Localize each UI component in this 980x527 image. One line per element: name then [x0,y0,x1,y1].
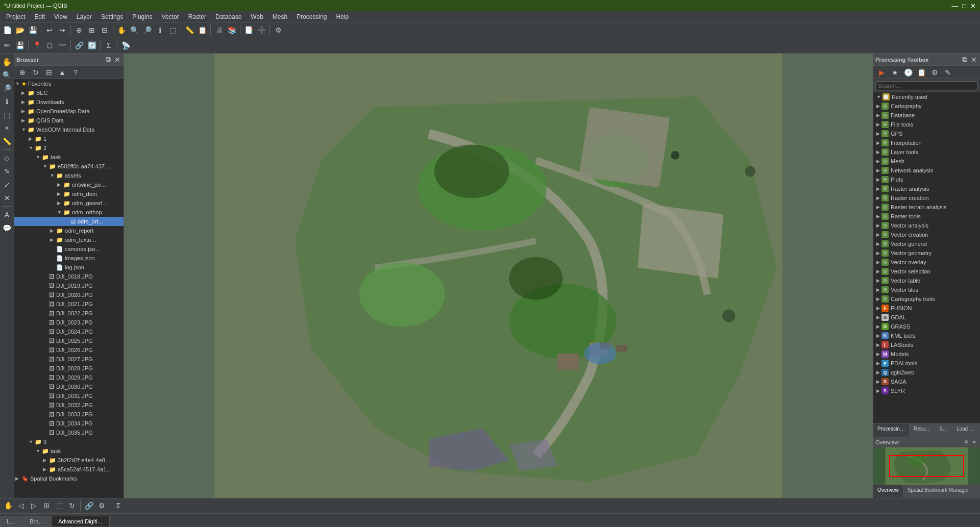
toolbox-search-input[interactable] [875,81,978,90]
pan-btn[interactable]: ✋ [115,24,128,36]
overview-tab[interactable]: Overview [873,485,903,498]
map-area[interactable] [124,54,873,498]
menu-mesh[interactable]: Mesh [268,12,291,21]
tree-log-json[interactable]: 📄 log.json [14,263,124,272]
tree-task3[interactable]: ▼ 📁 task [14,446,124,456]
menu-raster[interactable]: Raster [184,12,210,21]
tree-opendronnemap[interactable]: ▶ 📁 OpenDroneMap Data [14,107,124,116]
map-refresh-btn[interactable]: ↻ [66,499,78,512]
tree-dji0021[interactable]: 🖼DJI_0021.JPG [14,299,124,309]
browser-add-btn[interactable]: ⊕ [16,66,29,79]
zoom-out-btn[interactable]: 🔎 [141,24,153,36]
gps-btn[interactable]: 📡 [119,39,132,52]
toolbox-vector-geometry[interactable]: ▶ ⚙ Vector geometry [873,248,980,258]
tree-odm-report[interactable]: ▶ 📁 odm_report [14,226,124,235]
map-zoom-prev-btn[interactable]: ◁ [15,499,27,512]
delete-feature-tool[interactable]: ✕ [1,192,13,204]
zoom-in-btn[interactable]: 🔍 [128,24,140,36]
tree-images-json[interactable]: 📄 images.json [14,254,124,263]
toolbox-gps[interactable]: ▶ ⚙ GPS [873,129,980,138]
new-project-btn[interactable]: 📄 [1,24,13,36]
toolbox-grass[interactable]: ▶ G GRASS [873,322,980,331]
tree-odm-dem[interactable]: ▶ 📁 odm_dem [14,189,124,198]
open-project-btn[interactable]: 📂 [14,24,26,36]
tab-browser[interactable]: Bro… [23,516,51,526]
toolbox-file-tools[interactable]: ▶ ⚙ File tools [873,120,980,129]
snap-btn[interactable]: 🔗 [83,499,95,512]
tree-dji0032[interactable]: 🖼DJI_0032.JPG [14,400,124,410]
tree-odm-ort-file[interactable]: 🗂 odm_ort… [14,217,124,226]
move-feature-tool[interactable]: ⤢ [1,179,13,191]
tree-dji0020[interactable]: 🖼DJI_0020.JPG [14,290,124,299]
menu-database[interactable]: Database [211,12,246,21]
identify-btn[interactable]: ℹ [154,24,166,36]
toolbox-plots[interactable]: ▶ ⚙ Plots [873,175,980,184]
snap-config-btn[interactable]: ⚙ [95,499,108,512]
rotate-btn[interactable]: 🔄 [86,39,98,52]
tree-folder3[interactable]: ▼ 📁 3 [14,437,124,446]
tree-dji0031[interactable]: 🖼DJI_0031.JPG [14,391,124,400]
tree-dji0024[interactable]: 🖼DJI_0024.JPG [14,327,124,336]
tree-qgisdata[interactable]: ▶ 📁 QGIS Data [14,116,124,125]
tree-assets[interactable]: ▼ 📁 assets [14,171,124,180]
toolbox-raster-analysis[interactable]: ▶ ⚙ Raster analysis [873,184,980,193]
toolbox-lastools[interactable]: ▶ L LAStools [873,340,980,349]
minimize-button[interactable]: — [951,2,958,10]
browser-refresh-btn[interactable]: ↻ [30,66,42,79]
map-pan-btn[interactable]: ✋ [2,499,14,512]
toolbox-vector-analysis[interactable]: ▶ ⚙ Vector analysis [873,221,980,230]
overview-close-btn[interactable]: ✕ [971,439,978,446]
tree-entwine[interactable]: ▶ 📁 entwine_po… [14,180,124,189]
spatial-bookmark-tab[interactable]: Spatial Bookmark Manager [903,485,974,498]
menu-processing[interactable]: Processing [292,12,331,21]
undo-btn[interactable]: ↩ [43,24,56,36]
browser-filter-btn[interactable]: ⊟ [43,66,55,79]
save-project-btn[interactable]: 💾 [27,24,39,36]
tree-uuid1[interactable]: ▼ 📁 e502ff0c-aa74-437… [14,162,124,171]
zoom-full-btn[interactable]: ⊕ [73,24,85,36]
toolbox-vector-creation[interactable]: ▶ ⚙ Vector creation [873,230,980,239]
label-tool[interactable]: A [1,209,13,221]
toolbox-vector-overlay[interactable]: ▶ ⚙ Vector overlay [873,258,980,267]
tree-uuid3[interactable]: ▶ 📁 a5ca52af-4517-4a1… [14,465,124,474]
digitize-btn[interactable]: 📍 [31,39,43,52]
toolbox-favorites-btn[interactable]: ★ [889,66,901,79]
tree-odm-texture[interactable]: ▶ 📁 odm_textu… [14,235,124,244]
zoom-out-tool[interactable]: 🔎 [1,82,13,94]
toolbox-raster-terrain[interactable]: ▶ ⚙ Raster terrain analysis [873,203,980,212]
menu-vector[interactable]: Vector [158,12,183,21]
tree-dji0023[interactable]: 🖼DJI_0023.JPG [14,318,124,327]
deselect-tool[interactable]: × [1,122,13,134]
toolbox-header-controls[interactable]: ⧉ ✕ [961,56,978,64]
toolbox-layer-tools[interactable]: ▶ ⚙ Layer tools [873,147,980,157]
tree-spatial-bookmarks[interactable]: ▶ 🔖 Spatial Bookmarks [14,474,124,483]
menu-help[interactable]: Help [332,12,353,21]
menu-view[interactable]: View [50,12,71,21]
tree-downloads[interactable]: ▶ 📁 Downloads [14,97,124,107]
tree-webodm[interactable]: ▼ 📁 WebODM Internal Data [14,125,124,134]
tree-bec[interactable]: ▶ 📁 BEC [14,88,124,97]
toolbox-models-btn[interactable]: ✎ [942,66,954,79]
menu-project[interactable]: Project [2,12,29,21]
browser-controls[interactable]: ⧉ ✕ [104,56,121,64]
toolbox-fusion[interactable]: ▶ F FUSION [873,304,980,313]
identify-tool[interactable]: ℹ [1,95,13,108]
tree-dji0025[interactable]: 🖼DJI_0025.JPG [14,336,124,345]
overview-controls[interactable]: ⧉ ✕ [963,439,978,446]
browser-collapse-btn[interactable]: ▲ [56,66,68,79]
toolbox-raster-creation[interactable]: ▶ ⚙ Raster creation [873,193,980,203]
attribute-btn[interactable]: 📋 [196,24,208,36]
zoom-layer-btn[interactable]: ⊞ [86,24,98,36]
toolbox-history-btn[interactable]: 🕐 [902,66,914,79]
tree-odm-georef[interactable]: ▶ 📁 odm_georef… [14,198,124,208]
tree-folder1[interactable]: ▶ 📁 1 [14,134,124,143]
toolbox-mesh[interactable]: ▶ ⚙ Mesh [873,157,980,166]
toolbox-gdal[interactable]: ▶ G GDAL [873,313,980,322]
toolbox-float-btn[interactable]: ⧉ [961,56,969,64]
tree-task1[interactable]: ▼ 📁 task [14,153,124,162]
tree-dji0030[interactable]: 🖼DJI_0030.JPG [14,382,124,391]
tree-cameras-json[interactable]: 📄 cameras.jso… [14,244,124,254]
toolbox-results-btn[interactable]: 📋 [915,66,927,79]
edit-node-tool[interactable]: ◇ [1,152,13,164]
menu-settings[interactable]: Settings [97,12,127,21]
